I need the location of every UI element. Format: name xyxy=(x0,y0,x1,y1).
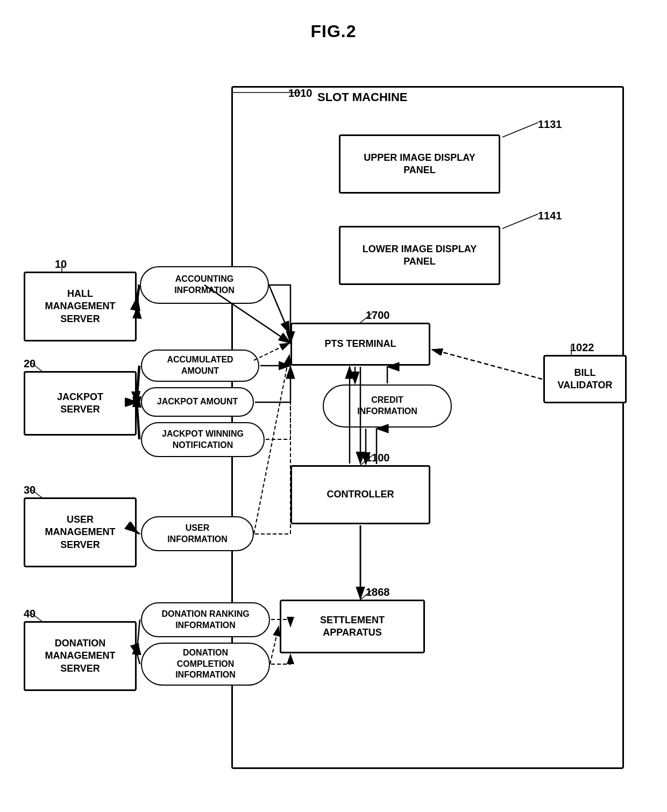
jackpot-server: JACKPOT SERVER xyxy=(24,371,137,436)
svg-line-31 xyxy=(138,656,140,664)
slot-machine-ref: 1010 xyxy=(288,87,313,99)
svg-line-28 xyxy=(138,409,140,439)
settlement-ref: 1868 xyxy=(366,586,390,599)
svg-line-12 xyxy=(137,532,139,534)
svg-line-26 xyxy=(138,366,140,395)
donation-completion-pill: DONATION COMPLETION INFORMATION xyxy=(141,643,270,686)
controller: CONTROLLER xyxy=(290,465,430,524)
hall-server-ref: 10 xyxy=(55,258,67,270)
jackpot-server-ref: 20 xyxy=(24,358,36,370)
donation-ranking-pill: DONATION RANKING INFORMATION xyxy=(141,602,270,637)
lower-panel-ref: 1141 xyxy=(538,210,562,222)
jackpot-amount-pill: JACKPOT AMOUNT xyxy=(141,387,254,417)
figure-title: FIG.2 xyxy=(310,22,356,41)
settlement-apparatus: SETTLEMENT APPARATUS xyxy=(280,600,425,653)
donation-server-ref: 40 xyxy=(24,608,36,620)
svg-line-11 xyxy=(137,403,139,439)
bill-validator: BILL VALIDATOR xyxy=(543,355,627,403)
user-server-ref: 30 xyxy=(24,484,36,496)
pts-terminal: PTS TERMINAL xyxy=(290,323,430,366)
svg-line-30 xyxy=(138,619,140,643)
svg-line-25 xyxy=(138,285,139,307)
bill-validator-ref: 1022 xyxy=(570,341,594,354)
slot-machine-label: SLOT MACHINE xyxy=(317,90,407,104)
svg-line-29 xyxy=(138,532,140,534)
hall-management-server: HALL MANAGEMENT SERVER xyxy=(24,272,137,341)
credit-information-pill: CREDIT INFORMATION xyxy=(323,384,452,428)
svg-line-9 xyxy=(137,366,139,393)
pts-terminal-ref: 1700 xyxy=(366,309,390,322)
donation-management-server: DONATION MANAGEMENT SERVER xyxy=(24,621,137,691)
svg-line-8 xyxy=(137,285,139,298)
jackpot-winning-notification-pill: JACKPOT WINNING NOTIFICATION xyxy=(141,422,265,457)
accumulated-amount-pill: ACCUMULATED AMOUNT xyxy=(141,350,259,382)
accounting-information-pill: ACCOUNTING INFORMATION xyxy=(140,266,269,304)
user-information-pill: USER INFORMATION xyxy=(141,516,254,551)
user-management-server: USER MANAGEMENT SERVER xyxy=(24,497,137,567)
upper-image-display-panel: UPPER IMAGE DISPLAY PANEL xyxy=(339,134,500,194)
controller-ref: 1100 xyxy=(366,452,390,464)
upper-panel-ref: 1131 xyxy=(538,118,562,131)
lower-image-display-panel: LOWER IMAGE DISPLAY PANEL xyxy=(339,226,500,285)
